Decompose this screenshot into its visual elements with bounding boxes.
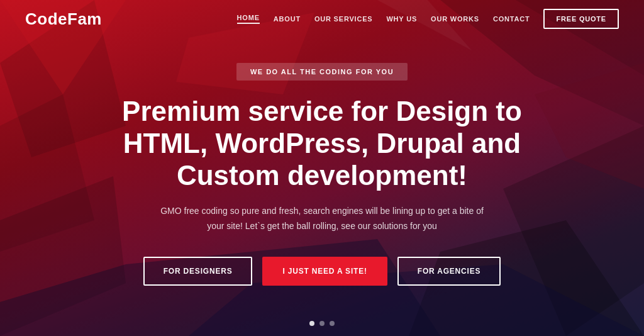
just-need-site-button[interactable]: I JUST NEED A SITE! [262, 257, 387, 286]
nav-about[interactable]: ABOUT [274, 15, 301, 23]
hero-subtitle: GMO free coding so pure and fresh, searc… [158, 204, 486, 234]
nav-why-us[interactable]: WHY US [386, 15, 417, 23]
slider-dot-3[interactable] [330, 321, 335, 326]
hero-title: Premium service for Design to HTML, Word… [102, 96, 542, 191]
nav-services[interactable]: OUR SERVICES [314, 15, 373, 23]
logo-text: CodeFam [25, 9, 102, 28]
tagline-badge: WE DO ALL THE CODING FOR YOU [236, 63, 408, 81]
main-nav: HOME ABOUT OUR SERVICES WHY US OUR WORKS… [237, 9, 619, 29]
slider-dot-2[interactable] [319, 321, 325, 326]
hero-content: WE DO ALL THE CODING FOR YOU Premium ser… [0, 38, 644, 336]
for-agencies-button[interactable]: FOR AGENCIES [397, 257, 501, 286]
nav-contact[interactable]: CONTACT [493, 15, 530, 23]
free-quote-button[interactable]: FREE QUOTE [543, 9, 619, 29]
slider-dots [309, 321, 335, 326]
nav-our-works[interactable]: OUR WORKS [431, 15, 479, 23]
logo: CodeFam [25, 9, 102, 29]
nav-home[interactable]: HOME [237, 14, 260, 24]
for-designers-button[interactable]: FOR DESIGNERS [143, 257, 253, 286]
hero-section: CodeFam HOME ABOUT OUR SERVICES WHY US O… [0, 0, 644, 336]
slider-dot-1[interactable] [309, 321, 314, 326]
hero-buttons: FOR DESIGNERS I JUST NEED A SITE! FOR AG… [143, 257, 501, 286]
header: CodeFam HOME ABOUT OUR SERVICES WHY US O… [0, 0, 644, 38]
